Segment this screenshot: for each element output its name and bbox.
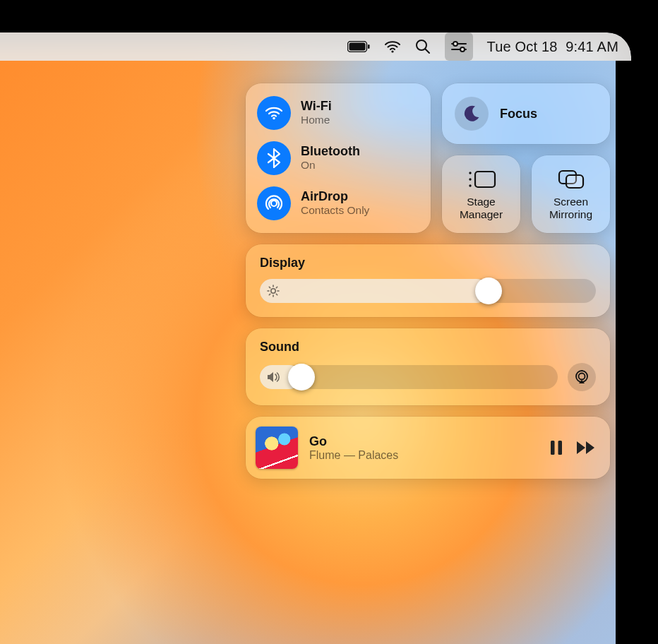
svg-point-9: [460, 47, 465, 52]
connectivity-card: Wi-Fi Home Bluetooth On: [246, 83, 431, 233]
status: On: [301, 159, 360, 172]
airdrop-icon: [257, 186, 291, 220]
label: Focus: [500, 107, 537, 121]
volume-slider[interactable]: [260, 365, 558, 389]
label: Stage Manager: [460, 196, 503, 221]
focus-toggle[interactable]: Focus: [442, 83, 610, 144]
pause-button[interactable]: [549, 440, 563, 455]
screen-mirroring-icon: [557, 167, 585, 191]
svg-point-15: [469, 184, 471, 186]
battery-icon[interactable]: [347, 32, 370, 61]
wifi-menubar-icon[interactable]: [384, 32, 401, 61]
stage-manager-icon: [467, 167, 496, 191]
menubar-date[interactable]: Tue Oct 18 9:41 AM: [487, 39, 619, 55]
airplay-audio-button[interactable]: [568, 363, 596, 391]
svg-point-13: [469, 172, 471, 174]
control-center-toggle[interactable]: [445, 32, 473, 61]
display-card: Display: [246, 244, 610, 317]
svg-rect-29: [551, 441, 555, 455]
svg-line-5: [425, 49, 429, 54]
brightness-icon: [267, 285, 280, 297]
svg-point-18: [271, 289, 275, 293]
album-art: [256, 427, 298, 469]
menubar: Tue Oct 18 9:41 AM: [0, 32, 631, 61]
sound-card: Sound: [246, 328, 610, 405]
svg-point-11: [271, 201, 277, 206]
svg-point-28: [579, 374, 585, 380]
svg-rect-12: [475, 172, 495, 187]
svg-rect-17: [566, 175, 583, 188]
next-track-button[interactable]: [576, 441, 597, 455]
svg-line-26: [276, 287, 277, 287]
spotlight-search-icon[interactable]: [415, 32, 431, 61]
svg-line-25: [269, 294, 270, 294]
svg-point-7: [453, 42, 457, 46]
svg-rect-1: [349, 43, 365, 51]
label: Display: [260, 256, 596, 270]
svg-point-10: [273, 117, 275, 120]
now-playing-card[interactable]: Go Flume — Palaces: [246, 417, 610, 479]
stage-manager-button[interactable]: Stage Manager: [442, 155, 520, 233]
wifi-icon: [257, 96, 291, 130]
status: Contacts Only: [301, 204, 369, 217]
time-text: 9:41 AM: [566, 39, 618, 54]
status: Home: [301, 114, 332, 126]
control-center-panel: Wi-Fi Home Bluetooth On: [234, 72, 621, 490]
label: Screen Mirroring: [549, 196, 592, 221]
label: Wi-Fi: [301, 100, 332, 114]
label: Sound: [260, 340, 596, 354]
wifi-toggle[interactable]: Wi-Fi Home: [256, 93, 421, 133]
brightness-slider[interactable]: [260, 279, 596, 303]
screen-mirroring-button[interactable]: Screen Mirroring: [532, 155, 610, 233]
moon-icon: [455, 97, 489, 131]
bluetooth-icon: [257, 141, 291, 175]
airdrop-toggle[interactable]: AirDrop Contacts Only: [256, 184, 421, 223]
svg-rect-2: [368, 44, 370, 49]
date-text: Tue Oct 18: [487, 39, 558, 54]
track-title: Go: [309, 434, 538, 449]
track-info: Go Flume — Palaces: [309, 434, 538, 462]
svg-line-24: [276, 294, 277, 294]
svg-point-3: [391, 50, 393, 52]
label: Bluetooth: [301, 145, 360, 159]
svg-line-23: [269, 287, 270, 287]
label: AirDrop: [301, 190, 369, 204]
svg-rect-30: [558, 441, 563, 455]
svg-point-14: [469, 178, 471, 180]
volume-icon: [267, 371, 281, 383]
bluetooth-toggle[interactable]: Bluetooth On: [256, 138, 421, 178]
track-subtitle: Flume — Palaces: [309, 449, 538, 462]
